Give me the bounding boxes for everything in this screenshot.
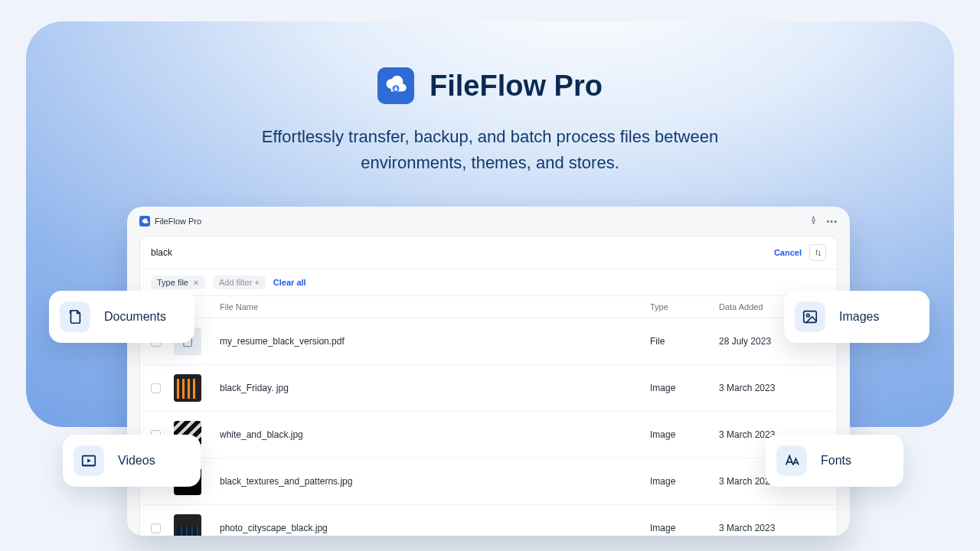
row-checkbox[interactable]	[151, 383, 161, 393]
category-chip-documents[interactable]: Documents	[49, 291, 194, 343]
file-name: black_Friday. jpg	[220, 383, 650, 393]
documents-icon	[60, 302, 90, 332]
search-input[interactable]: black	[151, 247, 774, 258]
chip-label: Images	[839, 310, 879, 324]
images-icon	[795, 302, 825, 332]
category-chip-images[interactable]: Images	[784, 291, 929, 343]
sort-button[interactable]	[809, 244, 826, 261]
app-title: FileFlow Pro	[155, 217, 201, 226]
cancel-button[interactable]: Cancel	[774, 248, 802, 257]
table-row[interactable]: photo_cityscape_black.jpgImage3 March 20…	[140, 505, 837, 536]
table-row[interactable]: my_resume_black_version.pdfFile28 July 2…	[140, 318, 837, 365]
videos-icon	[74, 445, 104, 476]
file-type: File	[650, 336, 719, 347]
chip-label: Fonts	[821, 454, 851, 468]
close-icon[interactable]: ✕	[193, 279, 199, 287]
app-window: FileFlow Pro ••• black Cancel Type file	[127, 207, 850, 536]
category-chip-fonts[interactable]: Fonts	[766, 435, 903, 487]
chip-label: Videos	[118, 454, 155, 468]
file-thumbnail	[174, 374, 201, 402]
file-type: Image	[650, 476, 719, 487]
file-date: 3 March 2023	[719, 383, 826, 393]
svg-point-2	[806, 314, 809, 317]
file-name: photo_cityscape_black.jpg	[220, 523, 650, 533]
file-name: black_textures_and_patterns.jpg	[220, 476, 650, 487]
row-checkbox[interactable]	[151, 523, 161, 533]
col-filename[interactable]: File Name	[220, 302, 650, 311]
file-type: Image	[650, 383, 719, 393]
svg-rect-1	[804, 311, 817, 323]
app-logo-icon	[139, 216, 150, 227]
tagline: Effortlessly transfer, backup, and batch…	[0, 124, 980, 176]
add-filter-button[interactable]: Add filter +	[213, 276, 266, 289]
pin-icon[interactable]	[809, 216, 818, 227]
product-header: FileFlow Pro	[0, 67, 980, 104]
filter-chip-type[interactable]: Type file✕	[151, 276, 205, 289]
col-type[interactable]: Type	[650, 302, 719, 311]
file-date: 3 March 2023	[719, 523, 826, 533]
file-thumbnail	[174, 514, 201, 536]
more-icon[interactable]: •••	[826, 217, 838, 226]
table-row[interactable]: black_Friday. jpgImage3 March 2023	[140, 365, 837, 412]
fonts-icon	[776, 445, 807, 476]
table-header: File Name Type Data Added	[140, 296, 837, 318]
file-type: Image	[650, 523, 719, 533]
table-row[interactable]: black_textures_and_patterns.jpgImage3 Ma…	[140, 458, 837, 505]
clear-all-button[interactable]: Clear all	[273, 278, 306, 287]
file-name: my_resume_black_version.pdf	[220, 336, 650, 347]
app-content: black Cancel Type file✕ Add filter + Cle…	[139, 236, 838, 536]
file-name: white_and_black.jpg	[220, 429, 650, 440]
chip-label: Documents	[104, 310, 166, 324]
product-name: FileFlow Pro	[430, 70, 603, 103]
category-chip-videos[interactable]: Videos	[63, 435, 201, 487]
table-row[interactable]: white_and_black.jpgImage3 March 2023	[140, 412, 837, 458]
product-logo-icon	[377, 67, 414, 104]
file-type: Image	[650, 429, 719, 440]
